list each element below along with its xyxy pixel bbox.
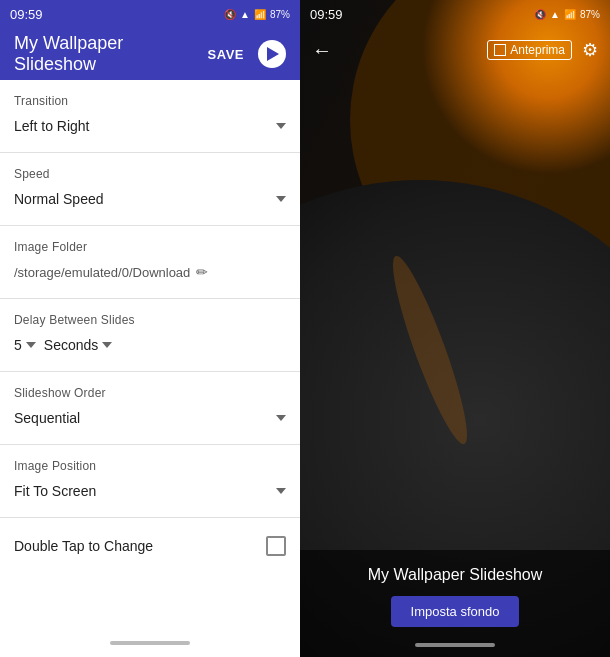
preview-checkbox-icon xyxy=(494,44,506,56)
speed-dropdown[interactable]: Normal Speed xyxy=(14,187,286,215)
transition-dropdown[interactable]: Left to Right xyxy=(14,114,286,142)
speed-value: Normal Speed xyxy=(14,191,104,207)
transition-value: Left to Right xyxy=(14,118,90,134)
slideshow-order-section: Slideshow Order Sequential xyxy=(0,372,300,445)
preview-button[interactable]: Anteprima xyxy=(487,40,572,60)
wallpaper-title: My Wallpaper Slideshow xyxy=(368,566,543,584)
signal-icon-right: 📶 xyxy=(564,9,576,20)
image-position-section: Image Position Fit To Screen xyxy=(0,445,300,518)
app-title: My Wallpaper Slideshow xyxy=(14,33,208,75)
gear-icon[interactable]: ⚙ xyxy=(582,39,598,61)
transition-chevron-icon xyxy=(276,123,286,129)
signal-icon: 📶 xyxy=(254,9,266,20)
transition-label: Transition xyxy=(14,94,286,108)
status-bar-left: 09:59 🔇 ▲ 📶 87% xyxy=(0,0,300,28)
top-bar-right: ← Anteprima ⚙ xyxy=(300,28,610,72)
delay-number-chevron-icon xyxy=(26,342,36,348)
right-panel: 09:59 🔇 ▲ 📶 87% ← Anteprima ⚙ My Wallpap… xyxy=(300,0,610,657)
delay-unit-dropdown[interactable]: Seconds xyxy=(44,337,112,353)
slideshow-order-label: Slideshow Order xyxy=(14,386,286,400)
home-indicator-right xyxy=(415,643,495,647)
double-tap-checkbox[interactable] xyxy=(266,536,286,556)
play-button[interactable] xyxy=(258,40,286,68)
folder-path: /storage/emulated/0/Download xyxy=(14,265,190,280)
image-position-dropdown[interactable]: Fit To Screen xyxy=(14,479,286,507)
double-tap-section: Double Tap to Change xyxy=(0,518,300,574)
wifi-icon-right: ▲ xyxy=(550,9,560,20)
left-panel: 09:59 🔇 ▲ 📶 87% My Wallpaper Slideshow S… xyxy=(0,0,300,657)
image-position-value: Fit To Screen xyxy=(14,483,96,499)
image-folder-section: Image Folder /storage/emulated/0/Downloa… xyxy=(0,226,300,299)
back-button[interactable]: ← xyxy=(312,39,332,62)
folder-row: /storage/emulated/0/Download ✏ xyxy=(14,260,286,288)
double-tap-label: Double Tap to Change xyxy=(14,538,153,554)
time-left: 09:59 xyxy=(10,7,43,22)
delay-row: 5 Seconds xyxy=(14,333,286,361)
battery-text-right: 87% xyxy=(580,9,600,20)
transition-section: Transition Left to Right xyxy=(0,80,300,153)
slideshow-order-value: Sequential xyxy=(14,410,80,426)
speed-label: Speed xyxy=(14,167,286,181)
time-right: 09:59 xyxy=(310,7,343,22)
battery-text: 87% xyxy=(270,9,290,20)
edit-icon[interactable]: ✏ xyxy=(196,264,208,280)
wifi-icon: ▲ xyxy=(240,9,250,20)
delay-label: Delay Between Slides xyxy=(14,313,286,327)
slideshow-order-dropdown[interactable]: Sequential xyxy=(14,406,286,434)
image-folder-label: Image Folder xyxy=(14,240,286,254)
status-icons-left: 🔇 ▲ 📶 87% xyxy=(224,9,290,20)
home-indicator-left xyxy=(110,641,190,645)
save-button[interactable]: SAVE xyxy=(208,47,244,62)
slideshow-order-chevron-icon xyxy=(276,415,286,421)
speed-section: Speed Normal Speed xyxy=(0,153,300,226)
delay-number-dropdown[interactable]: 5 xyxy=(14,337,36,353)
app-bar-actions: SAVE xyxy=(208,40,286,68)
nav-bar-right xyxy=(300,633,610,657)
delay-unit-chevron-icon xyxy=(102,342,112,348)
preview-label: Anteprima xyxy=(510,43,565,57)
mute-icon: 🔇 xyxy=(224,9,236,20)
image-position-chevron-icon xyxy=(276,488,286,494)
mute-icon-right: 🔇 xyxy=(534,9,546,20)
app-bar: My Wallpaper Slideshow SAVE xyxy=(0,28,300,80)
delay-section: Delay Between Slides 5 Seconds xyxy=(0,299,300,372)
speed-chevron-icon xyxy=(276,196,286,202)
set-wallpaper-button[interactable]: Imposta sfondo xyxy=(391,596,520,627)
delay-unit: Seconds xyxy=(44,337,98,353)
delay-number: 5 xyxy=(14,337,22,353)
status-bar-right: 09:59 🔇 ▲ 📶 87% xyxy=(300,0,610,28)
settings-content: Transition Left to Right Speed Normal Sp… xyxy=(0,80,300,633)
top-bar-right-actions: Anteprima ⚙ xyxy=(487,39,598,61)
status-icons-right: 🔇 ▲ 📶 87% xyxy=(534,9,600,20)
double-tap-row: Double Tap to Change xyxy=(14,532,286,564)
image-position-label: Image Position xyxy=(14,459,286,473)
nav-bar-left xyxy=(0,633,300,657)
